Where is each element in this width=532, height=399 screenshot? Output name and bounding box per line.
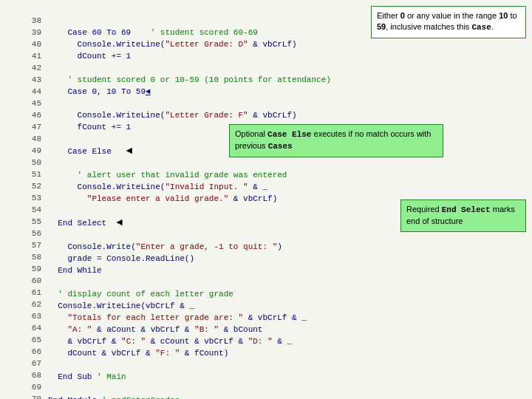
annotation-case-else: Optional Case Else executes if no match … xyxy=(229,124,443,157)
slide-container: Either 0 or any value in the range 10 to… xyxy=(0,0,532,399)
annotation-end-select: Required End Select marks end of structu… xyxy=(400,200,526,232)
line-numbers: 38 39 40 41 42 43 44 45 46 47 48 49 50 5… xyxy=(22,15,44,399)
